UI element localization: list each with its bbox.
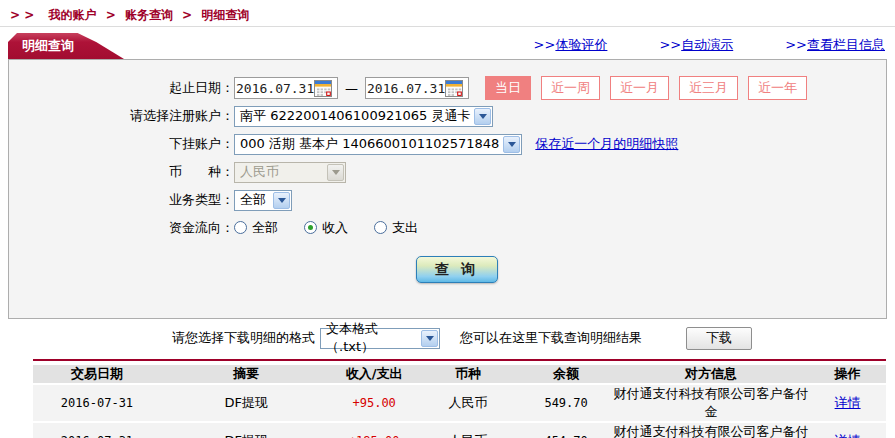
sub-account-label: 下挂账户： bbox=[9, 135, 234, 153]
cell-amount: +95.00 bbox=[332, 385, 417, 421]
detail-link[interactable]: 详情 bbox=[835, 433, 861, 438]
cell-counterparty: 财付通支付科技有限公司客户备付金 bbox=[613, 385, 809, 421]
download-hint: 您可以在这里下载查询明细结果 bbox=[460, 329, 642, 347]
download-row: 请您选择下载明细的格式 文本格式（.txt） 您可以在这里下载查询明细结果 下载 bbox=[0, 319, 895, 357]
table-header-row: 交易日期 摘要 收入/支出 币种 余额 对方信息 操作 bbox=[33, 365, 886, 383]
date-to-field bbox=[365, 77, 469, 99]
link-view-column-info[interactable]: >>查看栏目信息 bbox=[785, 36, 885, 54]
results-table: 交易日期 摘要 收入/支出 币种 余额 对方信息 操作 2016-07-31 D… bbox=[33, 359, 886, 438]
breadcrumb-item-account-query[interactable]: 账务查询 bbox=[125, 8, 173, 22]
date-from-field bbox=[234, 77, 338, 99]
chevron-down-icon bbox=[273, 192, 290, 209]
breadcrumb-item-detail-query[interactable]: 明细查询 bbox=[201, 8, 249, 22]
cell-balance: 454.70 bbox=[519, 423, 613, 438]
breadcrumb-separator: > bbox=[106, 8, 116, 22]
cell-date: 2016-07-31 bbox=[33, 423, 161, 438]
fund-flow-label: 资金流向： bbox=[9, 219, 234, 237]
flow-option-income[interactable]: 收入 bbox=[304, 219, 348, 237]
register-account-label: 请选择注册账户： bbox=[9, 107, 234, 125]
cell-counterparty: 财付通支付科技有限公司客户备付金 bbox=[613, 423, 809, 438]
col-header-date: 交易日期 bbox=[33, 365, 161, 383]
date-range-row: 起止日期： — bbox=[9, 76, 886, 100]
link-prefix: >> bbox=[785, 37, 807, 52]
breadcrumb-arrows: > > bbox=[10, 8, 34, 22]
cell-balance: 549.70 bbox=[519, 385, 613, 421]
date-to-input[interactable] bbox=[367, 79, 445, 97]
chevron-down-icon bbox=[474, 108, 491, 125]
business-type-row: 业务类型： 全部 bbox=[9, 188, 886, 212]
header-links: >>体验评价 >>自动演示 >>查看栏目信息 bbox=[534, 36, 885, 54]
business-type-label: 业务类型： bbox=[9, 191, 234, 209]
breadcrumb-separator: > bbox=[182, 8, 192, 22]
date-range-label: 起止日期： bbox=[9, 79, 234, 97]
quick-range-today-button[interactable]: 当日 bbox=[485, 76, 531, 100]
download-button[interactable]: 下载 bbox=[686, 327, 752, 350]
sub-account-row: 下挂账户： 000 活期 基本户 1406600101102571848 保存近… bbox=[9, 132, 886, 156]
business-type-select[interactable]: 全部 bbox=[234, 190, 292, 211]
tab-detail-query[interactable]: 明细查询 bbox=[8, 33, 124, 59]
query-form-panel: 起止日期： — bbox=[8, 59, 887, 319]
col-header-summary: 摘要 bbox=[161, 365, 332, 383]
cell-currency: 人民币 bbox=[417, 423, 519, 438]
quick-range-month-button[interactable]: 近一月 bbox=[610, 76, 669, 100]
currency-select: 人民币 bbox=[234, 162, 346, 183]
col-header-currency: 币种 bbox=[417, 365, 519, 383]
currency-label: 币 种： bbox=[9, 163, 234, 181]
radio-selected-icon[interactable] bbox=[304, 221, 317, 234]
chevron-down-icon bbox=[503, 136, 520, 153]
link-prefix: >> bbox=[659, 37, 681, 52]
quick-range-week-button[interactable]: 近一周 bbox=[541, 76, 600, 100]
register-account-row: 请选择注册账户： 南平 6222001406100921065 灵通卡 bbox=[9, 104, 886, 128]
breadcrumb-item-my-account[interactable]: 我的账户 bbox=[48, 8, 96, 22]
quick-range-3months-button[interactable]: 近三月 bbox=[679, 76, 738, 100]
col-header-counterparty: 对方信息 bbox=[613, 365, 809, 383]
calendar-icon[interactable] bbox=[445, 80, 463, 97]
register-account-select[interactable]: 南平 6222001406100921065 灵通卡 bbox=[234, 106, 493, 127]
col-header-amount: 收入/支出 bbox=[332, 365, 417, 383]
col-header-action: 操作 bbox=[809, 365, 886, 383]
flow-option-all[interactable]: 全部 bbox=[234, 219, 278, 237]
table-row: 2016-07-31 DF提现 +185.00 人民币 454.70 财付通支付… bbox=[33, 423, 886, 438]
col-header-balance: 余额 bbox=[519, 365, 613, 383]
flow-option-expense[interactable]: 支出 bbox=[374, 219, 418, 237]
date-range-dash: — bbox=[345, 81, 358, 96]
radio-icon[interactable] bbox=[374, 221, 387, 234]
sub-account-select[interactable]: 000 活期 基本户 1406600101102571848 bbox=[234, 134, 522, 155]
breadcrumb: > > 我的账户 > 账务查询 > 明细查询 bbox=[0, 0, 895, 27]
cell-summary: DF提现 bbox=[161, 423, 332, 438]
query-button[interactable]: 查 询 bbox=[416, 256, 498, 283]
cell-currency: 人民币 bbox=[417, 385, 519, 421]
download-format-select[interactable]: 文本格式（.txt） bbox=[320, 328, 440, 349]
save-snapshot-link[interactable]: 保存近一个月的明细快照 bbox=[535, 135, 678, 153]
link-experience-review[interactable]: >>体验评价 bbox=[534, 36, 608, 54]
chevron-down-icon bbox=[421, 330, 438, 347]
radio-icon[interactable] bbox=[234, 221, 247, 234]
chevron-down-icon bbox=[327, 164, 344, 181]
download-format-label: 请您选择下载明细的格式 bbox=[172, 329, 315, 347]
cell-date: 2016-07-31 bbox=[33, 385, 161, 421]
detail-link[interactable]: 详情 bbox=[835, 395, 861, 410]
date-from-input[interactable] bbox=[236, 79, 314, 97]
currency-row: 币 种： 人民币 bbox=[9, 160, 886, 184]
tab-bar: 明细查询 >>体验评价 >>自动演示 >>查看栏目信息 bbox=[0, 27, 895, 59]
table-row: 2016-07-31 DF提现 +95.00 人民币 549.70 财付通支付科… bbox=[33, 385, 886, 421]
quick-range-year-button[interactable]: 近一年 bbox=[748, 76, 807, 100]
link-prefix: >> bbox=[534, 37, 556, 52]
fund-flow-row: 资金流向： 全部 收入 支出 bbox=[9, 216, 886, 240]
cell-amount: +185.00 bbox=[332, 423, 417, 438]
link-auto-demo[interactable]: >>自动演示 bbox=[659, 36, 733, 54]
calendar-icon[interactable] bbox=[314, 80, 332, 97]
cell-summary: DF提现 bbox=[161, 385, 332, 421]
